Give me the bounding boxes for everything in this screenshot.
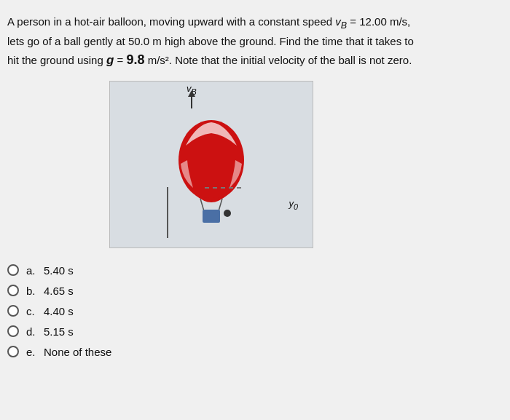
option-b-value: 4.65 s xyxy=(44,285,74,297)
svg-point-4 xyxy=(224,210,231,217)
svg-line-1 xyxy=(200,199,204,211)
radio-e[interactable] xyxy=(7,346,19,357)
option-e: e. None of these xyxy=(7,346,503,358)
option-e-value: None of these xyxy=(44,346,111,358)
y0-label: y0 xyxy=(289,198,298,211)
radio-a[interactable] xyxy=(7,264,19,276)
svg-line-2 xyxy=(219,199,222,211)
page: A person in a hot-air balloon, moving up… xyxy=(7,13,503,366)
option-d-value: 5.15 s xyxy=(44,325,74,338)
question-text: A person in a hot-air balloon, moving up… xyxy=(7,13,503,71)
option-b: b. 4.65 s xyxy=(7,285,503,297)
radio-d[interactable] xyxy=(7,325,19,337)
vertical-line xyxy=(167,187,168,238)
option-d: d. 5.15 s xyxy=(7,325,503,338)
dashed-line xyxy=(205,187,241,189)
option-c-value: 4.40 s xyxy=(44,305,74,317)
radio-c[interactable] xyxy=(7,305,19,317)
options-area: a. 5.40 s b. 4.65 s c. 4.40 s d. 5.15 s … xyxy=(7,264,503,358)
radio-b[interactable] xyxy=(7,285,19,296)
option-a-value: 5.40 s xyxy=(44,264,74,277)
option-a: a. 5.40 s xyxy=(7,264,503,277)
balloon-image xyxy=(168,109,255,228)
diagram: vB xyxy=(109,81,313,248)
svg-rect-3 xyxy=(203,210,220,223)
option-c: c. 4.40 s xyxy=(7,305,503,317)
